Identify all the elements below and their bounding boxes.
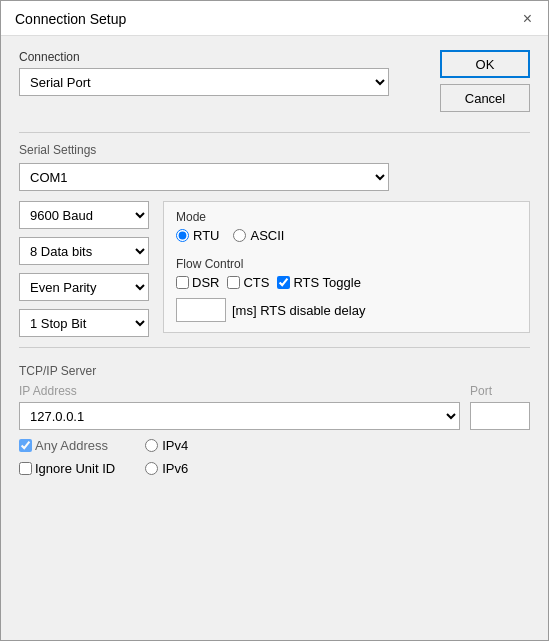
connection-select[interactable]: Serial Port TCP/IP UDP	[19, 68, 389, 96]
rtu-option[interactable]: RTU	[176, 228, 219, 243]
close-button[interactable]: ×	[521, 11, 534, 27]
com-port-select[interactable]: COM1 COM2 COM3 COM4	[19, 163, 389, 191]
stop-bit-select[interactable]: 1 Stop Bit 2 Stop Bits	[19, 309, 149, 337]
parity-select[interactable]: Even Parity Odd Parity No Parity	[19, 273, 149, 301]
cts-option[interactable]: CTS	[227, 275, 269, 290]
mode-radio-row: RTU ASCII	[176, 228, 517, 243]
mode-section: Mode RTU ASCII	[176, 210, 517, 251]
serial-row: 9600 Baud 19200 Baud 38400 Baud 57600 Ba…	[19, 201, 530, 337]
baud-rate-select[interactable]: 9600 Baud 19200 Baud 38400 Baud 57600 Ba…	[19, 201, 149, 229]
dsr-checkbox[interactable]	[176, 276, 189, 289]
any-address-option[interactable]: Any Address	[19, 438, 115, 453]
rts-delay-label: [ms] RTS disable delay	[232, 303, 365, 318]
cts-checkbox[interactable]	[227, 276, 240, 289]
flow-control-label: Flow Control	[176, 257, 517, 271]
dialog-title: Connection Setup	[15, 11, 126, 27]
action-buttons: OK Cancel	[440, 50, 530, 112]
dialog-body: Connection Serial Port TCP/IP UDP OK Can…	[1, 36, 548, 640]
ipv6-radio[interactable]	[145, 462, 158, 475]
ipv6-option[interactable]: IPv6	[145, 461, 188, 476]
port-input[interactable]: 502	[470, 402, 530, 430]
divider-1	[19, 132, 530, 133]
ip-address-label: IP Address	[19, 384, 460, 398]
ascii-radio[interactable]	[233, 229, 246, 242]
tcp-ip-version-radios: IPv4 IPv6	[145, 438, 188, 476]
rts-delay-input[interactable]: 1	[176, 298, 226, 322]
serial-left-panel: 9600 Baud 19200 Baud 38400 Baud 57600 Ba…	[19, 201, 149, 337]
ignore-unit-id-option[interactable]: Ignore Unit ID	[19, 461, 115, 476]
flow-control-checkboxes: DSR CTS RTS Toggle	[176, 275, 517, 290]
dsr-label: DSR	[192, 275, 219, 290]
ipv4-option[interactable]: IPv4	[145, 438, 188, 453]
rts-toggle-option[interactable]: RTS Toggle	[277, 275, 360, 290]
data-bits-select[interactable]: 8 Data bits 7 Data bits	[19, 237, 149, 265]
serial-settings-label: Serial Settings	[19, 143, 530, 157]
ignore-unit-id-checkbox[interactable]	[19, 462, 32, 475]
ipv4-radio[interactable]	[145, 439, 158, 452]
serial-right-panel: Mode RTU ASCII Flow Control	[163, 201, 530, 333]
ignore-unit-id-label: Ignore Unit ID	[35, 461, 115, 476]
tcp-ip-section: TCP/IP Server IP Address 127.0.0.1 Port …	[19, 364, 530, 476]
rts-toggle-label: RTS Toggle	[293, 275, 360, 290]
title-bar: Connection Setup ×	[1, 1, 548, 36]
rtu-radio[interactable]	[176, 229, 189, 242]
connection-left: Connection Serial Port TCP/IP UDP	[19, 50, 389, 96]
rts-delay-row: 1 [ms] RTS disable delay	[176, 298, 517, 322]
tcp-ip-row: IP Address 127.0.0.1 Port 502	[19, 384, 530, 430]
any-address-label: Any Address	[35, 438, 108, 453]
dsr-option[interactable]: DSR	[176, 275, 219, 290]
cancel-button[interactable]: Cancel	[440, 84, 530, 112]
divider-2	[19, 347, 530, 348]
rtu-label: RTU	[193, 228, 219, 243]
port-label: Port	[470, 384, 530, 398]
port-field: Port 502	[470, 384, 530, 430]
tcp-checkboxes: Any Address Ignore Unit ID	[19, 438, 115, 476]
mode-label: Mode	[176, 210, 517, 224]
ipv4-label: IPv4	[162, 438, 188, 453]
cts-label: CTS	[243, 275, 269, 290]
rts-toggle-checkbox[interactable]	[277, 276, 290, 289]
ascii-label: ASCII	[250, 228, 284, 243]
tcp-ip-label: TCP/IP Server	[19, 364, 530, 378]
connection-label: Connection	[19, 50, 389, 64]
ip-address-field: IP Address 127.0.0.1	[19, 384, 460, 430]
any-address-checkbox[interactable]	[19, 439, 32, 452]
ok-button[interactable]: OK	[440, 50, 530, 78]
flow-control-section: Flow Control DSR CTS RTS Toggle	[176, 257, 517, 322]
connection-section: Connection Serial Port TCP/IP UDP OK Can…	[19, 50, 530, 112]
tcp-options-row: Any Address Ignore Unit ID IPv4 IPv6	[19, 438, 530, 476]
ipv6-label: IPv6	[162, 461, 188, 476]
ip-address-select[interactable]: 127.0.0.1	[19, 402, 460, 430]
connection-setup-dialog: Connection Setup × Connection Serial Por…	[0, 0, 549, 641]
ascii-option[interactable]: ASCII	[233, 228, 284, 243]
